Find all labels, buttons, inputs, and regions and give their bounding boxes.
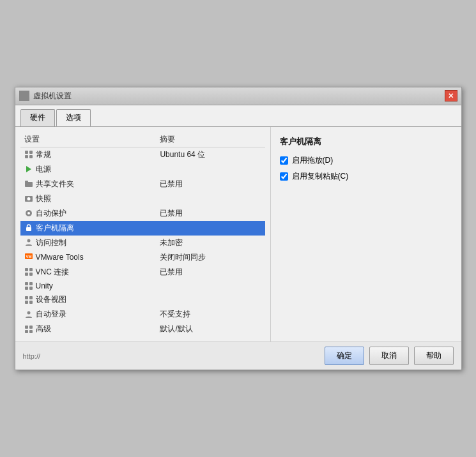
table-row[interactable]: 自动保护已禁用 [20, 206, 265, 221]
tabs-bar: 硬件 选项 [15, 105, 461, 126]
row-icon [24, 223, 33, 232]
row-icon [24, 194, 33, 203]
setting-name: 共享文件夹 [20, 177, 157, 191]
setting-name: 电源 [20, 162, 157, 177]
table-row[interactable]: 常规Ubuntu 64 位 [20, 147, 265, 162]
svg-rect-18 [29, 273, 33, 276]
footer-url: http:// [23, 352, 41, 360]
row-icon: VM [24, 253, 33, 262]
svg-marker-4 [26, 166, 31, 172]
checkbox-label-copy_paste: 启用复制粘贴(C) [292, 171, 349, 182]
setting-summary: 关闭时间同步 [156, 250, 265, 265]
table-row[interactable]: 访问控制未加密 [20, 236, 265, 250]
svg-point-12 [27, 239, 30, 243]
svg-rect-22 [29, 287, 33, 290]
setting-summary: 默认/默认 [156, 322, 265, 336]
svg-rect-2 [25, 155, 28, 158]
svg-rect-26 [29, 301, 33, 304]
settings-table: 设置 摘要 常规Ubuntu 64 位电源共享文件夹已禁用快照自动保护已禁用客户… [20, 132, 265, 337]
table-row[interactable]: 高级默认/默认 [20, 322, 265, 336]
setting-name: 客户机隔离 [20, 221, 157, 236]
row-icon [24, 281, 33, 290]
svg-rect-17 [25, 273, 28, 276]
window-title: 虚拟机设置 [33, 91, 445, 101]
svg-rect-15 [25, 268, 28, 271]
footer: http:// 确定 取消 帮助 [15, 341, 461, 370]
checkbox-item: 启用复制粘贴(C) [280, 171, 452, 182]
svg-rect-24 [29, 296, 33, 299]
row-icon [24, 209, 33, 218]
row-icon [24, 150, 33, 159]
setting-name: 自动保护 [20, 206, 157, 221]
checkbox-drag_drop[interactable] [280, 156, 288, 165]
checkboxes-container: 启用拖放(D)启用复制粘贴(C) [280, 155, 452, 182]
svg-rect-5 [25, 182, 33, 187]
setting-summary: 不受支持 [156, 307, 265, 322]
svg-rect-21 [25, 287, 28, 290]
svg-rect-11 [26, 227, 31, 231]
svg-rect-3 [29, 155, 33, 158]
row-icon [24, 296, 33, 304]
row-icon [24, 179, 33, 188]
setting-summary: 已禁用 [156, 177, 265, 191]
svg-rect-25 [25, 301, 28, 304]
col-setting: 设置 [20, 132, 157, 147]
setting-summary [156, 162, 265, 177]
table-row[interactable]: 快照 [20, 191, 265, 206]
close-button[interactable]: ✕ [445, 90, 457, 101]
table-row[interactable]: 电源 [20, 162, 265, 177]
setting-summary [156, 292, 265, 307]
setting-name: Unity [20, 280, 157, 293]
svg-rect-31 [29, 330, 33, 333]
help-button[interactable]: 帮助 [414, 347, 454, 365]
setting-name: VMVMware Tools [20, 250, 157, 265]
content-area: 设置 摘要 常规Ubuntu 64 位电源共享文件夹已禁用快照自动保护已禁用客户… [15, 126, 461, 342]
tab-hardware[interactable]: 硬件 [20, 109, 55, 126]
confirm-button[interactable]: 确定 [325, 347, 364, 365]
table-row[interactable]: VMVMware Tools关闭时间同步 [20, 250, 265, 265]
setting-name: 常规 [20, 147, 157, 162]
checkbox-label-drag_drop: 启用拖放(D) [292, 155, 334, 166]
col-summary: 摘要 [156, 132, 265, 147]
table-row[interactable]: Unity [20, 280, 265, 293]
svg-rect-30 [25, 330, 28, 333]
setting-name: VNC 连接 [20, 265, 157, 280]
svg-rect-6 [25, 181, 28, 183]
svg-text:VM: VM [26, 255, 31, 258]
svg-point-10 [27, 212, 30, 214]
left-panel: 设置 摘要 常规Ubuntu 64 位电源共享文件夹已禁用快照自动保护已禁用客户… [15, 127, 271, 342]
table-row[interactable]: 设备视图 [20, 292, 265, 307]
table-row[interactable]: 共享文件夹已禁用 [20, 177, 265, 191]
setting-name: 快照 [20, 191, 157, 206]
table-row[interactable]: 自动登录不受支持 [20, 307, 265, 322]
cancel-button[interactable]: 取消 [369, 347, 409, 365]
table-row[interactable]: VNC 连接已禁用 [20, 265, 265, 280]
table-row[interactable]: 客户机隔离 [20, 221, 265, 236]
svg-rect-16 [29, 268, 33, 271]
row-icon [24, 325, 33, 334]
svg-rect-19 [25, 282, 28, 285]
setting-name: 设备视图 [20, 292, 157, 307]
row-icon [24, 238, 33, 247]
svg-rect-20 [29, 282, 33, 285]
setting-summary: 已禁用 [156, 265, 265, 280]
setting-summary: 未加密 [156, 236, 265, 250]
checkbox-copy_paste[interactable] [280, 172, 288, 181]
row-icon [24, 165, 33, 174]
setting-name: 高级 [20, 322, 157, 336]
main-window: 虚拟机设置 ✕ 硬件 选项 设置 摘要 常规Ubuntu 64 位电源共享文件夹… [15, 87, 462, 371]
right-panel: 客户机隔离 启用拖放(D)启用复制粘贴(C) [271, 127, 461, 342]
setting-summary [156, 221, 265, 236]
tab-options[interactable]: 选项 [56, 109, 91, 126]
setting-name: 访问控制 [20, 236, 157, 250]
svg-rect-29 [29, 326, 33, 329]
setting-summary: Ubuntu 64 位 [156, 147, 265, 162]
setting-summary [156, 280, 265, 293]
svg-point-8 [27, 197, 30, 200]
row-icon [24, 310, 33, 319]
window-icon [19, 91, 29, 101]
right-panel-title: 客户机隔离 [280, 136, 452, 147]
setting-summary: 已禁用 [156, 206, 265, 221]
svg-rect-28 [25, 326, 28, 329]
setting-summary [156, 191, 265, 206]
